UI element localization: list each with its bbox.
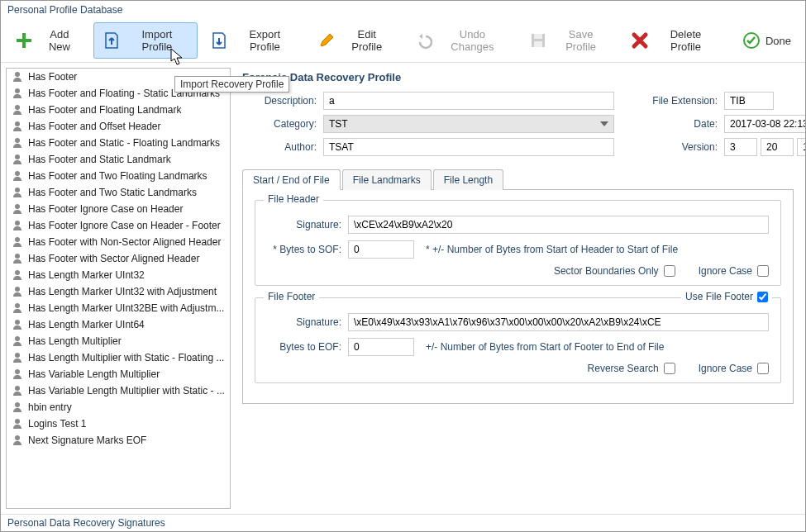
category-select[interactable]: TST bbox=[323, 115, 614, 133]
edit-profile-button[interactable]: Edit Profile bbox=[309, 22, 402, 59]
tab-panel: File Header Signature: * Bytes to SOF: *… bbox=[242, 190, 794, 404]
export-profile-label: Export Profile bbox=[233, 28, 297, 53]
undo-icon bbox=[414, 31, 432, 50]
svg-point-7 bbox=[15, 88, 20, 93]
list-item[interactable]: Has Footer and Floating Landmark bbox=[7, 102, 230, 118]
footer-sig-label: Signature: bbox=[267, 316, 341, 328]
export-icon bbox=[210, 31, 228, 50]
svg-point-20 bbox=[15, 303, 20, 308]
svg-rect-4 bbox=[534, 41, 542, 47]
version-label: Version: bbox=[639, 141, 718, 153]
svg-point-22 bbox=[15, 336, 20, 341]
file-header-title: File Header bbox=[264, 193, 323, 205]
check-icon bbox=[742, 31, 761, 50]
list-item[interactable]: Has Length Multiplier bbox=[7, 333, 230, 349]
svg-point-12 bbox=[15, 171, 20, 176]
ext-label: File Extension: bbox=[639, 95, 718, 107]
footer-sig-input[interactable] bbox=[348, 313, 769, 331]
list-item[interactable]: Has Footer Ignore Case on Header bbox=[7, 201, 230, 217]
list-item[interactable]: Has Length Marker UInt32 bbox=[7, 267, 230, 283]
list-item[interactable]: Has Footer and Offset Header bbox=[7, 118, 230, 135]
edit-profile-label: Edit Profile bbox=[341, 28, 393, 53]
svg-point-21 bbox=[15, 320, 20, 325]
use-footer-label: Use File Footer bbox=[685, 291, 753, 302]
plus-icon bbox=[15, 31, 33, 50]
profile-list[interactable]: Has FooterHas Footer and Floating - Stat… bbox=[6, 68, 231, 509]
svg-rect-1 bbox=[17, 39, 31, 42]
list-item[interactable]: Next Signature Marks EOF bbox=[7, 432, 230, 449]
footer-eof-label: Bytes to EOF: bbox=[267, 341, 341, 353]
tab-landmarks[interactable]: File Landmarks bbox=[342, 169, 432, 190]
list-item[interactable]: Has Variable Length Multiplier with Stat… bbox=[7, 382, 230, 399]
header-sig-label: Signature: bbox=[267, 219, 341, 230]
list-item[interactable]: Has Length Marker UInt64 bbox=[7, 316, 230, 333]
ext-input[interactable] bbox=[724, 92, 774, 110]
save-profile-button[interactable]: Save Profile bbox=[520, 22, 618, 59]
svg-point-17 bbox=[15, 254, 20, 259]
export-profile-button[interactable]: Export Profile bbox=[201, 22, 306, 59]
date-label: Date: bbox=[639, 118, 718, 130]
save-profile-label: Save Profile bbox=[552, 28, 609, 53]
list-item[interactable]: Has Length Multiplier with Static - Floa… bbox=[7, 349, 230, 366]
version-minor-input[interactable] bbox=[761, 138, 794, 156]
list-item[interactable]: Has Length Marker UInt32BE with Adjustm.… bbox=[7, 300, 230, 316]
description-input[interactable] bbox=[323, 92, 614, 110]
file-footer-title: File Footer bbox=[264, 291, 319, 302]
svg-point-18 bbox=[15, 270, 20, 275]
header-case-check[interactable]: Ignore Case bbox=[699, 265, 769, 277]
header-sig-input[interactable] bbox=[348, 216, 769, 234]
delete-profile-label: Delete Profile bbox=[654, 28, 718, 53]
import-icon bbox=[103, 31, 121, 50]
list-item[interactable]: Has Footer and Static - Floating Landmar… bbox=[7, 135, 230, 151]
pencil-icon bbox=[318, 31, 336, 50]
header-sector-check[interactable]: Sector Boundaries Only bbox=[554, 265, 675, 277]
version-major-input[interactable] bbox=[724, 138, 757, 156]
version-build-input[interactable] bbox=[797, 138, 805, 156]
list-item[interactable]: Has Footer with Sector Aligned Header bbox=[7, 250, 230, 267]
category-label: Category: bbox=[242, 118, 317, 130]
author-input[interactable] bbox=[323, 138, 614, 156]
list-item[interactable]: Logins Test 1 bbox=[7, 416, 230, 432]
svg-point-8 bbox=[15, 105, 20, 110]
svg-point-26 bbox=[15, 402, 20, 407]
list-item[interactable]: Has Variable Length Multiplier bbox=[7, 366, 230, 382]
svg-point-16 bbox=[15, 237, 20, 242]
svg-point-15 bbox=[15, 221, 20, 226]
description-label: Description: bbox=[242, 95, 317, 107]
list-item[interactable]: Has Footer Ignore Case on Header - Foote… bbox=[7, 217, 230, 234]
list-item[interactable]: hbin entry bbox=[7, 399, 230, 416]
footer-eof-input[interactable] bbox=[348, 338, 414, 356]
delete-profile-button[interactable]: Delete Profile bbox=[622, 22, 727, 59]
svg-point-10 bbox=[15, 138, 20, 143]
footer-eof-hint: +/- Number of Bytes from Start of Footer… bbox=[426, 341, 664, 353]
svg-point-11 bbox=[15, 154, 20, 159]
svg-rect-3 bbox=[534, 34, 542, 39]
done-button[interactable]: Done bbox=[733, 26, 800, 55]
list-item[interactable]: Has Length Marker UInt32 with Adjustment bbox=[7, 283, 230, 300]
file-header-group: File Header Signature: * Bytes to SOF: *… bbox=[255, 200, 781, 286]
header-sof-input[interactable] bbox=[348, 240, 414, 259]
list-item[interactable]: Has Footer and Two Static Landmarks bbox=[7, 184, 230, 201]
svg-point-19 bbox=[15, 287, 20, 292]
undo-changes-button[interactable]: Undo Changes bbox=[405, 22, 517, 59]
add-new-button[interactable]: Add New bbox=[6, 22, 90, 59]
tab-length[interactable]: File Length bbox=[433, 169, 503, 190]
footer-case-check[interactable]: Ignore Case bbox=[699, 363, 769, 374]
footer-reverse-check[interactable]: Reverse Search bbox=[588, 363, 675, 374]
author-label: Author: bbox=[242, 141, 317, 153]
date-input[interactable] bbox=[724, 115, 805, 133]
add-new-label: Add New bbox=[38, 28, 81, 53]
tabs: Start / End of File File Landmarks File … bbox=[242, 169, 794, 190]
list-item[interactable]: Has Footer and Two Floating Landmarks bbox=[7, 168, 230, 184]
tab-start-end[interactable]: Start / End of File bbox=[242, 169, 341, 190]
form-title: Forensic Data Recovery Profile bbox=[242, 71, 794, 83]
import-profile-button[interactable]: Import Profile bbox=[93, 22, 198, 59]
svg-point-28 bbox=[15, 435, 20, 440]
list-item[interactable]: Has Footer and Static Landmark bbox=[7, 151, 230, 168]
done-label: Done bbox=[765, 35, 791, 47]
status-bar: Personal Data Recovery Signatures bbox=[1, 514, 805, 531]
list-item[interactable]: Has Footer with Non-Sector Aligned Heade… bbox=[7, 234, 230, 250]
use-footer-check[interactable] bbox=[757, 292, 768, 302]
svg-point-24 bbox=[15, 369, 20, 374]
svg-point-13 bbox=[15, 188, 20, 192]
